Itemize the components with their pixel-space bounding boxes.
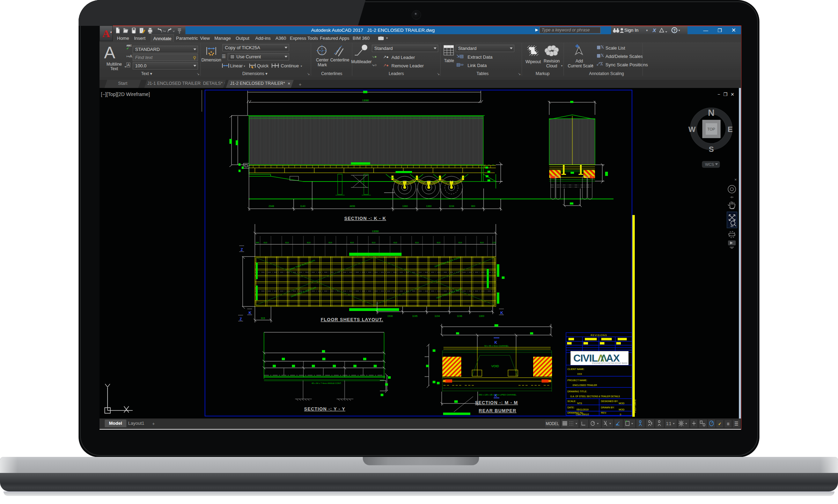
svg-text:610: 610 [458,242,462,244]
svg-text:DATE:: DATE: [567,406,574,409]
svg-text:610: 610 [437,242,441,244]
svg-text:SECTION -: K - K: SECTION -: K - K [344,216,386,221]
svg-text:PROJECT NAME:: PROJECT NAME: [567,379,587,381]
svg-text:0: 0 [620,413,621,416]
svg-text:16mm THICK BLACK PLATE: 16mm THICK BLACK PLATE [289,259,315,270]
svg-text:16mm THICK BLACK PLATE: 16mm THICK BLACK PLATE [436,288,462,299]
svg-text:K: K [494,393,497,398]
svg-text:DRAWN BY:: DRAWN BY: [601,406,615,409]
svg-text:610: 610 [480,242,484,244]
svg-text:50 x 65 x 4mm CHANNEL: 50 x 65 x 4mm CHANNEL [484,345,509,347]
svg-text:1300: 1300 [479,315,484,317]
svg-text:REVISIONS: REVISIONS [590,334,607,336]
svg-text:G.A. OF STEEL SECTIONS & TRAIL: G.A. OF STEEL SECTIONS & TRAILER DETAILS [570,395,620,398]
svg-text:E: E [728,125,733,134]
svg-text:PLOT DATE: PLOT DATE [634,399,636,413]
svg-text:1:1: 1:1 [666,421,671,426]
svg-text:1196: 1196 [457,315,462,317]
svg-text:XXX: XXX [577,373,582,375]
svg-text:Z: Z [240,317,242,321]
svg-text:1195: 1195 [412,315,417,317]
svg-text:FLOOR SHEETS LAYOUT.: FLOOR SHEETS LAYOUT. [321,317,383,322]
svg-text:Z: Z [241,247,243,252]
svg-text:170: 170 [492,242,496,244]
svg-text:915: 915 [261,317,265,319]
svg-text:W: W [689,125,696,134]
svg-text:WCS: WCS [705,162,714,166]
svg-text:N: N [708,108,715,118]
svg-text:DESIGNED BY:: DESIGNED BY: [601,400,618,402]
svg-text:13260: 13260 [372,230,379,232]
svg-text:4496: 4496 [350,205,355,207]
svg-text:MODEL: MODEL [546,421,559,426]
svg-text:MOD: MOD [619,408,624,411]
svg-text:345: 345 [256,242,259,244]
svg-text:1194: 1194 [434,315,440,317]
svg-text:05/11/2019: 05/11/2019 [576,408,589,411]
svg-text:350 x 125 x 25 x 7mm LIPED CHA: 350 x 125 x 25 x 7mm LIPED CHANNEL [479,394,517,396]
svg-text:REAR BUMPER: REAR BUMPER [479,408,516,413]
svg-text:SECTION -: Y - Y: SECTION -: Y - Y [304,406,345,412]
svg-text:2348: 2348 [269,205,274,207]
svg-text:610: 610 [264,242,267,244]
svg-text:610: 610 [415,242,419,244]
svg-text:1536: 1536 [387,315,393,317]
svg-text:K: K [500,311,503,315]
svg-text:16mm THICK BLACK PLATE: 16mm THICK BLACK PLATE [290,287,316,298]
svg-text:VOID: VOID [491,364,499,368]
svg-text:MOD: MOD [619,402,624,405]
svg-text:610: 610 [394,242,397,244]
svg-text:610: 610 [285,242,289,244]
svg-text:SCALE:: SCALE: [567,400,576,402]
svg-text:SECTION -: M - M: SECTION -: M - M [475,400,518,405]
svg-text:ENGINEER'S KNOWLEDGE BASE: ENGINEER'S KNOWLEDGE BASE [592,362,628,364]
svg-text:ENCLOSED TRAILER: ENCLOSED TRAILER [573,384,597,386]
svg-text:1360: 1360 [426,205,432,207]
svg-text:K: K [494,340,497,344]
svg-text:NTS: NTS [577,402,582,405]
svg-text:1360: 1360 [402,205,408,207]
svg-text:REV:: REV: [601,412,607,414]
svg-text:CLIENT NAME:: CLIENT NAME: [567,368,585,370]
svg-text:1140: 1140 [300,205,305,207]
svg-text:610: 610 [350,242,354,244]
svg-text:16mm THICK BLACK PLATE: 16mm THICK BLACK PLATE [434,257,460,268]
svg-text:45 x 64 x 7 4mm ANGLE CONT.: 45 x 64 x 7 4mm ANGLE CONT. [311,382,341,384]
svg-text:DRAWING TITLE:: DRAWING TITLE: [567,390,587,393]
svg-text:✕: ✕ [734,178,737,181]
svg-text:610: 610 [329,242,332,244]
svg-text:K: K [249,311,251,315]
svg-text:13080: 13080 [362,99,369,102]
svg-text:610: 610 [307,242,311,244]
svg-text:610: 610 [372,242,376,244]
svg-text:TOP: TOP [707,127,715,131]
svg-text:1194: 1194 [449,205,454,207]
svg-text:900: 900 [471,205,475,207]
svg-text:S: S [709,145,714,154]
svg-text:CMx 2001/2: CMx 2001/2 [576,413,589,416]
